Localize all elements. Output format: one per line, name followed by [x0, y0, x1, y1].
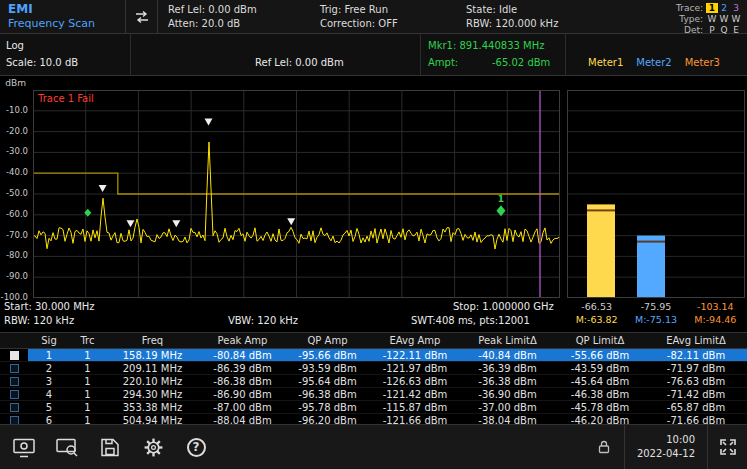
divider	[130, 34, 131, 75]
signal-table-row[interactable]: 11158.19 MHz-80.84 dBm-95.66 dBm-122.11 …	[0, 349, 747, 362]
table-cell: -45.78 dBm	[555, 401, 645, 413]
table-cell: 1	[70, 375, 105, 387]
date-text: 2022-04-12	[637, 447, 695, 461]
table-cell: -76.63 dBm	[645, 375, 747, 387]
trigger-readout: Trig: Free Run	[320, 3, 446, 17]
checkbox-column-header	[0, 333, 28, 348]
row-checkbox[interactable]	[10, 351, 19, 360]
checkbox-cell	[0, 414, 28, 424]
amplitude-status-group: Ref Lel: 0.00 dBm Atten: 20.0 dB	[158, 0, 310, 33]
table-cell: 158.19 MHz	[105, 349, 200, 361]
mode-subtitle: Frequency Scan	[8, 17, 117, 31]
table-cell: -121.97 dBm	[370, 362, 460, 374]
table-cell: -93.59 dBm	[285, 362, 370, 374]
column-header: QP Amp	[285, 333, 370, 348]
y-axis-tick: -30.0	[6, 146, 28, 156]
save-file-icon[interactable]	[91, 430, 129, 464]
table-cell: -96.20 dBm	[285, 414, 370, 424]
table-cell: -36.38 dBm	[460, 375, 555, 387]
table-cell: 1	[70, 388, 105, 400]
table-cell: -43.59 dBm	[555, 362, 645, 374]
row-checkbox[interactable]	[10, 377, 19, 386]
trace-status-value[interactable]: W	[718, 14, 730, 24]
meter-values-row: -66.53-75.95-103.14	[567, 301, 745, 312]
table-cell: 3	[28, 375, 70, 387]
table-cell: 353.38 MHz	[105, 401, 200, 413]
column-header: Sig	[28, 333, 70, 348]
screenshot-icon[interactable]	[5, 430, 43, 464]
table-cell: -86.38 dBm	[200, 375, 285, 387]
y-axis-tick: -20.0	[6, 126, 28, 136]
table-cell: -65.87 dBm	[645, 401, 747, 413]
column-header: Peak Amp	[200, 333, 285, 348]
table-cell: 504.94 MHz	[105, 414, 200, 424]
signal-table: SigTrcFreqPeak AmpQP AmpEAvg AmpPeak Lim…	[0, 332, 747, 424]
continuous-sweep-icon[interactable]	[126, 0, 158, 33]
table-cell: -121.66 dBm	[370, 414, 460, 424]
table-cell: -71.42 dBm	[645, 388, 747, 400]
signal-table-row[interactable]: 21209.11 MHz-86.39 dBm-93.59 dBm-121.97 …	[0, 362, 747, 375]
y-axis: dBm-10.0-20.0-30.0-40.0-50.0-60.0-70.0-8…	[0, 76, 31, 312]
spectrum-plot[interactable]: 1	[33, 90, 560, 298]
table-cell: -46.20 dBm	[555, 414, 645, 424]
trace-status-value[interactable]: 1	[706, 3, 718, 13]
column-header: EAvg Amp	[370, 333, 460, 348]
signal-table-row[interactable]: 61504.94 MHz-88.04 dBm-96.20 dBm-121.66 …	[0, 414, 747, 424]
table-cell: -86.90 dBm	[200, 388, 285, 400]
meter-tab-1[interactable]: Meter1	[588, 57, 623, 68]
trace-status-table[interactable]: Trace:123Type:WWWDet:PQE	[669, 3, 742, 36]
column-header: Trc	[70, 333, 105, 348]
fullscreen-icon[interactable]	[707, 425, 747, 469]
trace-status-value[interactable]: W	[730, 14, 742, 24]
meter-tab-2[interactable]: Meter2	[636, 57, 671, 68]
trigger-status-group: Trig: Free Run Correction: OFF	[310, 0, 456, 33]
table-cell: 1	[70, 414, 105, 424]
state-status-group: State: Idle RBW: 120.000 kHz	[456, 0, 631, 33]
checkbox-cell	[0, 401, 28, 413]
trace-status-row: Type:WWW	[669, 14, 742, 24]
table-cell: 220.10 MHz	[105, 375, 200, 387]
table-cell: 6	[28, 414, 70, 424]
meter-tab-3[interactable]: Meter3	[685, 57, 720, 68]
table-cell: -115.87 dBm	[370, 401, 460, 413]
checkbox-cell	[0, 349, 28, 361]
table-cell: -36.39 dBm	[460, 362, 555, 374]
row-checkbox[interactable]	[10, 416, 19, 425]
meter-limit-values-row: M:-63.82M:-75.13M:-94.46	[567, 314, 745, 325]
signal-table-row[interactable]: 31220.10 MHz-86.38 dBm-95.64 dBm-126.63 …	[0, 375, 747, 388]
signal-table-row[interactable]: 41294.30 MHz-86.90 dBm-96.38 dBm-121.42 …	[0, 388, 747, 401]
vbw-readout: VBW: 120 kHz	[228, 315, 298, 326]
meter-tabs: Meter1Meter2Meter3	[588, 57, 720, 68]
table-cell: -86.39 dBm	[200, 362, 285, 374]
trace-status-value[interactable]: W	[706, 14, 718, 24]
lock-icon	[598, 440, 610, 454]
row-checkbox[interactable]	[10, 390, 19, 399]
meter-bars-panel	[567, 90, 745, 298]
preview-zoom-icon[interactable]	[48, 430, 86, 464]
meter-value: -66.53	[567, 301, 626, 312]
table-cell: 209.11 MHz	[105, 362, 200, 374]
table-cell: -37.00 dBm	[460, 401, 555, 413]
mode-selector[interactable]: EMI Frequency Scan	[0, 0, 126, 33]
table-cell: -82.11 dBm	[645, 349, 747, 361]
header-bar: EMI Frequency Scan Ref Lel: 0.00 dBm Att…	[0, 0, 747, 34]
help-icon[interactable]: ?	[177, 430, 215, 464]
trace-status-label: Trace:	[669, 3, 703, 13]
row-checkbox[interactable]	[10, 403, 19, 412]
sweep-time-readout: SWT:408 ms, pts:12001	[411, 315, 530, 326]
column-header: Freq	[105, 333, 200, 348]
settings-gear-icon[interactable]	[134, 430, 172, 464]
trace-status-value[interactable]: 2	[718, 3, 730, 13]
help-glyph: ?	[187, 438, 206, 457]
clock-display: 10:00 2022-04-12	[624, 425, 707, 469]
rbw-status-readout: RBW: 120.000 kHz	[466, 17, 621, 31]
column-header: EAvg LimitΔ	[645, 333, 747, 348]
signal-table-row[interactable]: 51353.38 MHz-87.00 dBm-95.78 dBm-115.87 …	[0, 401, 747, 414]
table-cell: 294.30 MHz	[105, 388, 200, 400]
table-cell: -40.84 dBm	[460, 349, 555, 361]
row-checkbox[interactable]	[10, 364, 19, 373]
table-cell: 1	[70, 349, 105, 361]
table-cell: -36.90 dBm	[460, 388, 555, 400]
trace-status-value[interactable]: 3	[730, 3, 742, 13]
atten-readout: Atten: 20.0 dB	[168, 17, 300, 31]
